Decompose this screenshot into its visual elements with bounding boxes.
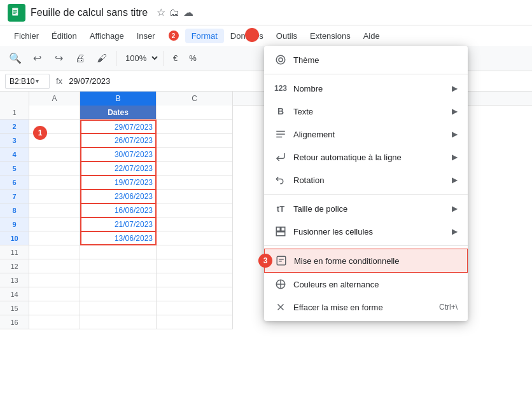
cell-c11[interactable] <box>157 245 233 259</box>
menu-extensions[interactable]: Extensions <box>304 29 357 43</box>
retour-label: Retour automatique à la ligne <box>293 153 445 162</box>
cell-a6[interactable] <box>29 175 80 189</box>
cell-c9[interactable] <box>157 217 233 231</box>
percent-button[interactable]: % <box>184 51 202 65</box>
cell-b12[interactable] <box>80 259 157 273</box>
menu-outils[interactable]: Outils <box>270 29 304 43</box>
cell-c14[interactable] <box>157 287 233 301</box>
col-header-c[interactable]: C <box>157 92 233 106</box>
cell-a13[interactable] <box>29 273 80 287</box>
print-button[interactable]: 🖨 <box>70 48 90 69</box>
dropdown-item-alignement[interactable]: Alignement▶ <box>264 123 468 146</box>
cell-b13[interactable] <box>80 273 157 287</box>
insert-badge: 2 <box>169 31 179 41</box>
cell-b7[interactable]: 23/06/2023 <box>80 189 157 203</box>
couleurs-label: Couleurs en alternance <box>293 280 458 289</box>
cell-c2[interactable] <box>157 120 233 134</box>
cell-ref-text: B2:B10 <box>10 77 34 86</box>
cell-a16[interactable] <box>29 315 80 329</box>
menu-aide[interactable]: Aide <box>357 29 386 43</box>
cell-b11[interactable] <box>80 245 157 259</box>
menu-inserer[interactable]: Inser <box>130 29 162 43</box>
cell-a5[interactable] <box>29 161 80 175</box>
format-dropdown-menu: Thème123Nombre▶BTexte▶Alignement▶Retour … <box>264 46 468 321</box>
cell-b15[interactable] <box>80 301 157 315</box>
cell-a1[interactable] <box>29 106 80 120</box>
undo-button[interactable]: ↩ <box>27 48 47 69</box>
cell-a10[interactable] <box>29 231 80 245</box>
cell-ref-arrow-icon[interactable]: ▾ <box>36 78 39 85</box>
taille-label: Taille de police <box>293 204 445 214</box>
dropdown-item-taille[interactable]: tTTaille de police▶ <box>264 197 468 220</box>
dropdown-item-nombre[interactable]: 123Nombre▶ <box>264 77 468 100</box>
nombre-icon: 123 <box>274 82 287 95</box>
row-num-16: 16 <box>0 315 29 329</box>
folder-icon[interactable]: 🗂 <box>169 7 179 18</box>
menu-badge-2: 2 <box>162 28 185 44</box>
dropdown-item-theme[interactable]: Thème <box>264 48 468 71</box>
cell-c7[interactable] <box>157 189 233 203</box>
dropdown-item-texte[interactable]: BTexte▶ <box>264 100 468 123</box>
zoom-select[interactable]: 100% <box>120 50 160 66</box>
cell-a4[interactable] <box>29 148 80 161</box>
cell-a15[interactable] <box>29 301 80 315</box>
cell-b2[interactable]: 29/07/2023 <box>80 120 157 134</box>
document-title[interactable]: Feuille de calcul sans titre <box>31 7 148 18</box>
miseenforme-label: Mise en forme conditionnelle <box>294 256 457 266</box>
cell-c8[interactable] <box>157 203 233 217</box>
alignement-label: Alignement <box>293 130 445 139</box>
cell-b8[interactable]: 16/06/2023 <box>80 203 157 217</box>
cell-b14[interactable] <box>80 287 157 301</box>
cell-c12[interactable] <box>157 259 233 273</box>
row-num-1: 1 <box>0 106 29 120</box>
dropdown-item-retour[interactable]: Retour automatique à la ligne▶ <box>264 146 468 168</box>
cell-a8[interactable] <box>29 203 80 217</box>
cell-c1[interactable] <box>157 106 233 120</box>
cell-c16[interactable] <box>157 315 233 329</box>
col-header-a[interactable]: A <box>29 92 80 106</box>
cell-b10[interactable]: 13/06/2023 <box>80 231 157 245</box>
menu-affichage[interactable]: Affichage <box>83 29 130 43</box>
redo-button[interactable]: ↪ <box>48 48 69 69</box>
dropdown-item-fusionner[interactable]: Fusionner les cellules▶ <box>264 220 468 243</box>
cell-b1[interactable]: Dates <box>80 106 157 120</box>
cell-a9[interactable] <box>29 217 80 231</box>
menu-fichier[interactable]: Fichier <box>8 29 45 43</box>
cell-c15[interactable] <box>157 301 233 315</box>
title-actions: ☆ 🗂 ☁ <box>157 6 193 18</box>
cell-b3[interactable]: 26/07/2023 <box>80 134 157 148</box>
dropdown-item-effacer[interactable]: Effacer la mise en formeCtrl+\ <box>264 296 468 319</box>
search-button[interactable]: 🔍 <box>5 48 25 69</box>
cell-b4[interactable]: 30/07/2023 <box>80 148 157 161</box>
col-header-b[interactable]: B <box>80 92 157 106</box>
currency-button[interactable]: € <box>168 51 183 65</box>
paint-format-button[interactable]: 🖌 <box>92 48 112 69</box>
cell-c10[interactable] <box>157 231 233 245</box>
cell-a7[interactable] <box>29 189 80 203</box>
step-2-badge <box>245 28 259 42</box>
cell-c13[interactable] <box>157 273 233 287</box>
theme-icon <box>274 53 287 66</box>
cloud-icon[interactable]: ☁ <box>183 6 193 18</box>
cell-c4[interactable] <box>157 148 233 161</box>
cell-reference[interactable]: B2:B10 ▾ <box>5 74 50 89</box>
menu-edition[interactable]: Édition <box>45 29 83 43</box>
cell-b6[interactable]: 19/07/2023 <box>80 175 157 189</box>
dropdown-item-miseenforme[interactable]: Mise en forme conditionnelle3 <box>264 249 468 273</box>
cell-b16[interactable] <box>80 315 157 329</box>
theme-label: Thème <box>293 55 458 65</box>
cell-c3[interactable] <box>157 134 233 148</box>
effacer-icon <box>274 301 287 313</box>
cell-b5[interactable]: 22/07/2023 <box>80 161 157 175</box>
dropdown-item-couleurs[interactable]: Couleurs en alternance <box>264 273 468 296</box>
cell-c5[interactable] <box>157 161 233 175</box>
cell-a12[interactable] <box>29 259 80 273</box>
dropdown-item-rotation[interactable]: Rotation▶ <box>264 168 468 191</box>
row-num-header <box>0 92 29 106</box>
cell-a14[interactable] <box>29 287 80 301</box>
cell-c6[interactable] <box>157 175 233 189</box>
star-icon[interactable]: ☆ <box>157 6 165 18</box>
cell-b9[interactable]: 21/07/2023 <box>80 217 157 231</box>
menu-format[interactable]: Format <box>185 29 224 43</box>
cell-a11[interactable] <box>29 245 80 259</box>
